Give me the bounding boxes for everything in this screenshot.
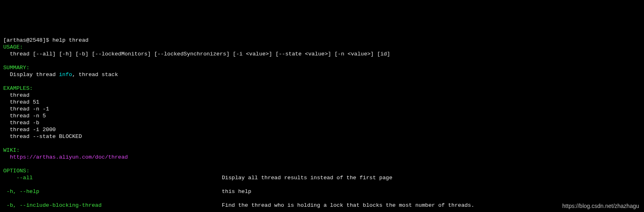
summary-header: SUMMARY: [3, 65, 30, 71]
option-desc: this help [222, 188, 641, 195]
info-keyword: info [59, 72, 72, 78]
example-line: thread -i 2000 [3, 127, 56, 133]
usage-header: USAGE: [3, 44, 23, 50]
usage-body: thread [--all] [-h] [-b] [--lockedMonito… [3, 51, 390, 57]
prompt-line[interactable]: [arthas@2548]$ help thread [3, 37, 89, 43]
option-row: -h, --helpthis help [3, 188, 641, 195]
option-row: --allDisplay all thread results instead … [3, 174, 641, 181]
command-input[interactable]: help thread [53, 37, 89, 43]
example-line: thread 51 [3, 99, 39, 105]
examples-header: EXAMPLES: [3, 85, 33, 91]
summary-body: Display thread info, thread stack [3, 72, 118, 78]
option-flag: --all [3, 174, 222, 181]
option-flag: -b, --include-blocking-thread [3, 202, 222, 209]
terminal-output: [arthas@2548]$ help thread USAGE: thread… [3, 30, 641, 212]
wiki-header: WIKI: [3, 147, 20, 153]
option-row: -b, --include-blocking-threadFind the th… [3, 202, 641, 209]
option-desc: Display all thread results instead of th… [222, 174, 641, 181]
prompt: [arthas@2548] [3, 37, 46, 43]
option-flag: -h, --help [3, 188, 222, 195]
wiki-url: https://arthas.aliyun.com/doc/thread [3, 154, 128, 160]
options-header: OPTIONS: [3, 168, 30, 174]
example-line: thread -n -1 [3, 106, 49, 112]
prompt-dollar: $ [46, 37, 52, 43]
example-line: thread -n 5 [3, 113, 46, 119]
example-line: thread --state BLOCKED [3, 134, 82, 140]
example-line: thread -b [3, 120, 39, 126]
example-line: thread [3, 92, 30, 98]
watermark: https://blog.csdn.net/zhazhagu [562, 203, 639, 210]
